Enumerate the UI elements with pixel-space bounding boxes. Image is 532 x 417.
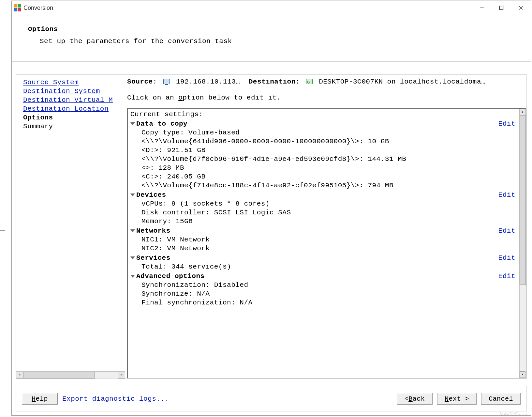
setting-line: vCPUs: 8 (1 sockets * 8 cores): [141, 199, 517, 208]
instruction-post: ption below to edit it.: [183, 94, 281, 101]
nav-horizontal-scrollbar[interactable]: ◂ ▸: [16, 371, 125, 378]
setting-line: <\\?\Volume{d7f8cb96-610f-4d1e-a9e4-ed59…: [141, 155, 517, 163]
setting-line: Disk controller: SCSI LSI Logic SAS: [141, 208, 517, 217]
titlebar: Conversion: [12, 1, 531, 15]
next-mnemonic: N: [445, 394, 449, 403]
instruction-line: Click on an option below to edit it.: [127, 93, 526, 102]
edit-link[interactable]: Edit: [498, 119, 517, 128]
setting-line: <>: 128 MB: [141, 163, 517, 172]
setting-line: NIC2: VM Network: [141, 244, 517, 253]
page-subtitle: Set up the parameters for the conversion…: [28, 37, 521, 46]
collapse-triangle-icon: [130, 229, 135, 232]
section-title: Devices: [136, 191, 166, 199]
scroll-right-button[interactable]: ▸: [118, 372, 125, 378]
cancel-button[interactable]: Cancel: [481, 393, 521, 405]
scroll-up-button[interactable]: ▴: [520, 109, 525, 115]
setting-line: Synchronize: N/A: [141, 289, 517, 298]
section-body-4: Synchronization: DisabledSynchronize: N/…: [130, 281, 517, 307]
settings-column: Source: 192.168.10.113… Destination: DES…: [125, 75, 526, 378]
scroll-thumb[interactable]: [520, 115, 526, 285]
export-diagnostic-logs-link[interactable]: Export diagnostic logs...: [62, 394, 169, 403]
section-title: Networks: [136, 226, 170, 235]
close-button[interactable]: [511, 1, 531, 15]
destination-computer-icon: [306, 79, 313, 84]
section-body-3: Total: 344 service(s): [130, 262, 517, 271]
conversion-dialog: Conversion Options Set up the parameters…: [11, 1, 531, 416]
minimize-button[interactable]: [472, 1, 492, 15]
back-mnemonic: B: [408, 394, 413, 403]
section-body-1: vCPUs: 8 (1 sockets * 8 cores)Disk contr…: [130, 199, 517, 226]
background-window-edge: [0, 230, 5, 231]
nav-step-3[interactable]: Destination Location: [23, 104, 125, 113]
back-button[interactable]: < Back: [397, 393, 433, 405]
svg-rect-1: [500, 6, 503, 10]
setting-line: <\\?\Volume{641dd906-0000-0000-0000-1000…: [141, 137, 517, 146]
wizard-nav: Source SystemDestination SystemDestinati…: [16, 75, 125, 378]
setting-line: NIC1: VM Network: [141, 235, 517, 244]
collapse-triangle-icon: [130, 122, 135, 125]
setting-line: <C:>: 240.05 GB: [141, 172, 517, 181]
section-title: Services: [136, 254, 170, 262]
watermark: CSDN @……: [500, 411, 527, 416]
setting-line: Total: 344 service(s): [141, 262, 517, 271]
help-button[interactable]: Help: [22, 393, 58, 405]
source-label: Source: [127, 78, 153, 85]
instruction-pre: Click on an: [127, 94, 178, 101]
scroll-thumb[interactable]: [23, 372, 95, 378]
nav-step-2[interactable]: Destination Virtual M: [23, 96, 125, 104]
collapse-triangle-icon: [130, 193, 135, 196]
instruction-mnemonic: o: [178, 94, 183, 101]
collapse-triangle-icon: [130, 275, 135, 278]
section-body-0: Copy type: Volume-based<\\?\Volume{641dd…: [130, 128, 517, 190]
nav-step-4: Options: [23, 113, 125, 122]
section-header-0[interactable]: Data to copyEdit: [130, 119, 517, 128]
destination-label: Destination: [249, 78, 296, 85]
edit-link[interactable]: Edit: [498, 272, 517, 281]
setting-line: Memory: 15GB: [141, 217, 517, 226]
nav-step-1[interactable]: Destination System: [23, 87, 125, 96]
collapse-triangle-icon: [130, 256, 135, 259]
edit-link[interactable]: Edit: [498, 226, 517, 235]
nav-step-0[interactable]: Source System: [23, 78, 125, 87]
wizard-header: Options Set up the parameters for the co…: [12, 15, 531, 62]
back-pre: <: [405, 394, 409, 403]
app-icon: [14, 4, 21, 11]
edit-link[interactable]: Edit: [498, 191, 517, 199]
scroll-track[interactable]: [520, 285, 526, 371]
scroll-left-button[interactable]: ◂: [16, 372, 23, 378]
wizard-body: Source SystemDestination SystemDestinati…: [16, 74, 527, 379]
setting-line: <\\?\Volume{f714e8cc-188c-4f14-ae92-cf02…: [141, 181, 517, 190]
setting-line: Final synchronization: N/A: [141, 298, 517, 307]
window-title: Conversion: [23, 5, 53, 11]
wizard-nav-items: Source SystemDestination SystemDestinati…: [23, 78, 125, 131]
section-title: Advanced options: [136, 272, 205, 281]
window-controls: [472, 1, 531, 15]
section-header-2[interactable]: NetworksEdit: [130, 226, 517, 235]
settings-box: Current settings: Data to copyEditCopy t…: [127, 108, 526, 378]
setting-line: <D:>: 921.51 GB: [141, 146, 517, 155]
destination-value: DESKTOP-3C007KN on localhost.localdoma…: [319, 78, 485, 85]
section-header-1[interactable]: DevicesEdit: [130, 191, 517, 199]
settings-sections: Data to copyEditCopy type: Volume-based<…: [130, 119, 517, 307]
section-header-4[interactable]: Advanced optionsEdit: [130, 272, 517, 281]
minimize-icon: [480, 6, 484, 10]
setting-line: Copy type: Volume-based: [141, 128, 517, 137]
next-button[interactable]: Next >: [437, 393, 477, 405]
help-label: elp: [36, 394, 48, 403]
current-settings-heading: Current settings:: [130, 110, 517, 119]
settings-vertical-scrollbar[interactable]: ▴ ▾: [519, 109, 526, 378]
help-mnemonic: H: [32, 394, 36, 403]
wizard-footer: Help Export diagnostic logs... < Back Ne…: [16, 386, 527, 411]
nav-step-5: Summary: [23, 122, 125, 131]
scroll-down-button[interactable]: ▾: [520, 371, 525, 378]
edit-link[interactable]: Edit: [498, 254, 517, 262]
section-title: Data to copy: [136, 119, 187, 128]
next-post: ext >: [449, 394, 469, 403]
maximize-button[interactable]: [492, 1, 511, 15]
settings-content: Current settings: Data to copyEditCopy t…: [128, 109, 519, 378]
maximize-icon: [499, 6, 504, 10]
source-value: 192.168.10.113…: [176, 78, 240, 85]
section-header-3[interactable]: ServicesEdit: [130, 254, 517, 262]
source-destination-line: Source: 192.168.10.113… Destination: DES…: [127, 77, 526, 86]
section-body-2: NIC1: VM NetworkNIC2: VM Network: [130, 235, 517, 253]
